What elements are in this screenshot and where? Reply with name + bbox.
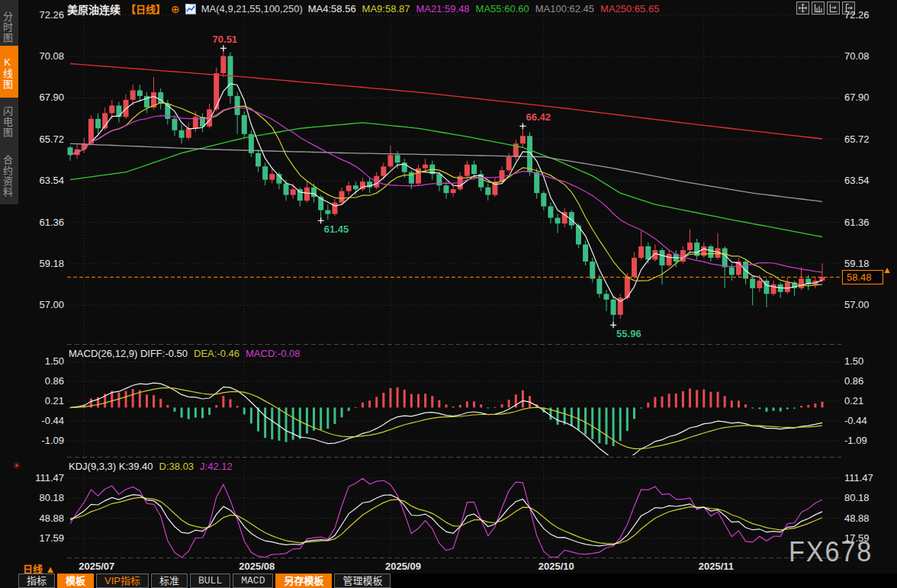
kdj-header-part: D:38.03	[159, 461, 195, 472]
svg-text:61.45: 61.45	[324, 223, 349, 235]
kdj-header: KDJ(9,3,3) K:39.40D:38.03J:42.12	[69, 461, 239, 472]
macd-lines	[70, 383, 822, 461]
kdj-header-part: J:42.12	[200, 461, 233, 472]
macd-axis-label: 0.21	[844, 395, 897, 407]
period-label[interactable]: 【日线】	[126, 2, 166, 16]
current-price-label: 58.48	[842, 270, 883, 284]
symbol-title: 美原油连续	[67, 2, 121, 17]
bottom-tab-1[interactable]: 指标	[18, 574, 55, 588]
svg-text:55.96: 55.96	[616, 328, 641, 339]
kdj-axis-label: 111.47	[2, 472, 64, 484]
bottom-tab-5[interactable]: BULL	[190, 574, 230, 588]
macd-histogram	[69, 387, 824, 446]
macd-axis-label: -1.09	[2, 435, 64, 447]
chart-type-icon[interactable]	[185, 4, 196, 14]
price-annotations: 70.5166.4261.4555.96	[213, 34, 641, 339]
app-window: 分时图K线图闪电图合约资料 美原油连续 【日线】 ⊕ MA(4,9,21,55,…	[0, 0, 897, 588]
macd-axis-label: 0.86	[2, 375, 64, 387]
macd-header-part: MACD:-0.08	[246, 348, 301, 359]
ma-value-label: MA4:58.56	[308, 3, 356, 14]
x-axis-label: 2025/11	[699, 561, 734, 572]
x-axis-label: 2025/10	[539, 561, 574, 572]
chart-canvas: 70.5166.4261.4555.96	[0, 0, 897, 588]
macd-axis-label: -0.44	[844, 415, 897, 427]
ma-value-label: MA21:59.48	[416, 3, 469, 14]
kdj-axis-label: 80.18	[2, 492, 64, 504]
bottom-tab-2[interactable]: 模板	[57, 574, 94, 588]
price-axis-label: 70.08	[2, 50, 64, 63]
x-axis-label: 2025/08	[239, 561, 275, 572]
ma-values-group: MA4:58.56MA9:58.87MA21:59.48MA55:60.60MA…	[308, 3, 666, 14]
price-axis-label: 72.26	[2, 9, 64, 21]
svg-text:70.51: 70.51	[213, 34, 238, 45]
kdj-axis-label: 80.18	[844, 492, 897, 504]
price-axis-label: 70.08	[844, 50, 897, 63]
price-axis-label: 65.72	[2, 133, 64, 146]
price-axis-label: 67.90	[844, 92, 897, 104]
bottom-tab-4[interactable]: 标准	[151, 574, 188, 588]
add-indicator-icon[interactable]: ⊕	[171, 3, 180, 15]
macd-axis-label: -0.44	[2, 415, 64, 427]
price-axis-label: 57.00	[844, 299, 897, 311]
macd-header: MACD(26,12,9) DIFF:-0.50DEA:-0.46MACD:-0…	[69, 348, 307, 359]
red-sun-icon: ☀	[12, 460, 21, 471]
price-axis-label: 63.54	[844, 175, 897, 187]
macd-header-part: DEA:-0.46	[194, 348, 240, 359]
kdj-lines	[70, 478, 822, 557]
svg-text:66.42: 66.42	[526, 111, 551, 123]
macd-axis-label: 0.21	[2, 395, 64, 407]
ma-value-label: MA9:58.87	[362, 3, 410, 14]
price-axis-label: 63.54	[2, 175, 64, 187]
kdj-axis-label: 17.59	[2, 532, 64, 545]
ma-value-label: MA250:65.65	[600, 3, 659, 14]
price-axis-label: 61.36	[844, 217, 897, 229]
x-axis-label: 2025/07	[79, 561, 114, 572]
shift-right-icon[interactable]	[827, 2, 840, 14]
macd-axis-label: 0.86	[844, 375, 897, 387]
bottom-tab-3[interactable]: VIP指标	[96, 574, 149, 588]
ma-lines	[70, 64, 822, 302]
current-price-arrow-icon: ▲	[883, 265, 892, 275]
price-axis-label: 65.72	[844, 133, 897, 146]
chart-header: 美原油连续 【日线】 ⊕ MA(4,9,21,55,100,250) MA4:5…	[67, 2, 665, 15]
macd-axis-label: -1.09	[844, 435, 897, 447]
bottom-tab-bar: 指标模板VIP指标标准BULLMACD另存模板管理模板	[18, 574, 897, 588]
kdj-header-part: KDJ(9,3,3) K:39.40	[69, 461, 153, 472]
bottom-tab-6[interactable]: MACD	[233, 574, 273, 588]
price-axis-label: 57.00	[2, 299, 64, 311]
candlestick-series	[68, 48, 825, 325]
bottom-tab-7[interactable]: 另存模板	[275, 574, 332, 588]
bottom-tab-8[interactable]: 管理模板	[334, 574, 391, 588]
x-axis-label: 2025/09	[385, 561, 421, 572]
fx678-watermark: FX678	[789, 536, 873, 568]
price-axis-label: 67.90	[2, 92, 64, 104]
kdj-axis-label: 111.47	[844, 472, 897, 484]
price-axis-label: 61.36	[2, 217, 64, 229]
kdj-axis-label: 48.88	[2, 512, 64, 525]
price-axis-label: 72.26	[844, 9, 897, 21]
ma-value-label: MA100:62.45	[535, 3, 594, 14]
grid-lines	[67, 15, 841, 557]
macd-header-part: MACD(26,12,9) DIFF:-0.50	[69, 348, 188, 359]
ma-settings-label: MA(4,9,21,55,100,250)	[201, 3, 303, 14]
scale-y-axis-icon[interactable]	[812, 2, 825, 14]
kdj-axis-label: 48.88	[844, 512, 897, 525]
price-axis-label: 59.18	[2, 258, 64, 270]
ma-value-label: MA55:60.60	[476, 3, 529, 14]
pan-icon[interactable]	[796, 2, 809, 14]
macd-axis-label: 1.50	[2, 355, 64, 368]
macd-axis-label: 1.50	[844, 355, 897, 368]
